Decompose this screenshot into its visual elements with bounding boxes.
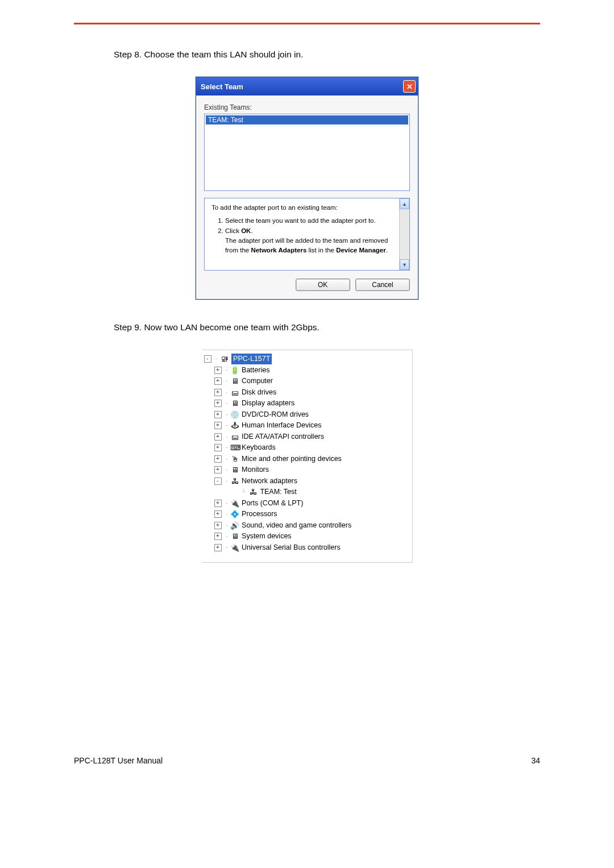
device-icon: 🔌 [230,542,239,554]
tree-item-label: DVD/CD-ROM drives [242,409,309,420]
expand-icon[interactable]: + [214,422,222,429]
tree-item-label: Disk drives [242,387,276,398]
expand-icon[interactable]: + [214,533,222,540]
tree-item[interactable]: +··🖴Disk drives [202,387,412,398]
tree-item-label: Network adapters [242,476,297,487]
tree-item-label: Human Interface Devices [242,420,321,431]
scroll-up-icon[interactable]: ▲ [400,198,409,209]
tree-item-label: Batteries [242,365,269,376]
tree-item[interactable]: +··🖥Display adapters [202,398,412,409]
device-icon: 🖱 [230,454,239,465]
expand-icon[interactable]: + [214,411,222,418]
device-icon: 🖥 [230,531,239,542]
list-item[interactable]: TEAM: Test [206,115,408,124]
close-icon[interactable]: ✕ [403,80,416,93]
device-icon: 🖥 [230,376,239,387]
expand-icon[interactable]: + [214,522,222,529]
tree-item-label: Computer [242,376,273,387]
cancel-button[interactable]: Cancel [355,279,410,291]
tree-item-label: System devices [242,531,292,542]
device-icon: 🖴 [230,387,239,398]
expand-icon[interactable]: + [214,367,222,374]
dialog-titlebar[interactable]: Select Team ✕ [196,77,418,95]
tree-child-item[interactable]: └·🖧TEAM: Test [202,487,412,498]
tree-item-label: Universal Serial Bus controllers [242,542,341,553]
tree-item[interactable]: +··💠Processors [202,509,412,520]
page-footer: PPC-L128T User Manual 34 [74,756,540,765]
device-icon: 🖥 [230,464,239,476]
tree-item-label: Ports (COM & LPT) [242,498,303,509]
tree-item[interactable]: +··🔌Universal Serial Bus controllers [202,542,412,554]
expand-icon[interactable]: + [214,444,222,451]
tree-item[interactable]: +··🔌Ports (COM & LPT) [202,498,412,509]
device-icon: 🔌 [230,498,239,509]
expand-icon[interactable]: + [214,544,222,551]
info-scrollbar[interactable]: ▲ ▼ [399,198,409,270]
expand-icon[interactable]: + [214,466,222,474]
info-step-2: Click OK. The adapter port will be added… [225,226,396,255]
tree-item[interactable]: +··🖥System devices [202,531,412,542]
tree-root[interactable]: - ·· 🖳 PPC-L157T [202,354,412,365]
footer-page-number: 34 [531,756,540,765]
tree-item-label: Keyboards [242,442,276,453]
expand-icon[interactable]: + [214,400,222,407]
tree-root-label: PPC-L157T [231,354,272,364]
expand-icon[interactable]: + [214,377,222,385]
expand-icon[interactable]: + [214,389,222,396]
tree-item[interactable]: +··🖥Computer [202,376,412,387]
page-top-rule [74,23,540,24]
device-icon: 🕹 [230,420,239,431]
device-icon: 🖴 [230,431,239,443]
existing-teams-label: Existing Teams: [204,103,410,111]
device-icon: 🖧 [248,487,258,498]
tree-item[interactable]: +··🖱Mice and other pointing devices [202,454,412,465]
info-text: To add the adapter port to an existing t… [205,198,399,270]
step-9-text: Step 9. Now two LAN become one team with… [114,322,540,333]
tree-item[interactable]: +··💿DVD/CD-ROM drives [202,409,412,421]
computer-icon: 🖳 [220,354,229,365]
expand-icon[interactable]: + [214,510,222,518]
footer-manual-title: PPC-L128T User Manual [74,756,163,765]
tree-item[interactable]: +··🖥Monitors [202,464,412,476]
existing-teams-list[interactable]: TEAM: Test [204,114,410,191]
device-manager-tree: - ·· 🖳 PPC-L157T +··🔋Batteries+··🖥Comput… [202,350,413,563]
device-icon: 🔊 [230,520,239,531]
tree-item-label: IDE ATA/ATAPI controllers [242,431,324,442]
expand-icon[interactable]: + [214,433,222,441]
tree-item-label: Mice and other pointing devices [242,454,342,464]
tree-item-label: TEAM: Test [260,487,296,497]
tree-item-label: Display adapters [242,398,294,409]
device-icon: 💿 [230,409,239,421]
collapse-icon[interactable]: - [214,477,222,485]
tree-item-label: Sound, video and game controllers [242,520,351,531]
device-icon: 🔋 [230,365,239,376]
collapse-icon[interactable]: - [204,355,211,363]
tree-item[interactable]: +··🖴IDE ATA/ATAPI controllers [202,431,412,443]
dialog-body: Existing Teams: TEAM: Test To add the ad… [196,95,418,299]
info-step-1: Select the team you want to add the adap… [225,216,396,226]
tree-spacer [231,489,238,495]
device-icon: 🖥 [230,398,239,409]
expand-icon[interactable]: + [214,455,222,463]
expand-icon[interactable]: + [214,500,222,507]
device-icon: 💠 [230,509,239,520]
tree-item[interactable]: +··🕹Human Interface Devices [202,420,412,431]
tree-item[interactable]: +··🔊Sound, video and game controllers [202,520,412,531]
step-8-text: Step 8. Choose the team this LAN should … [114,49,540,60]
dialog-title-text: Select Team [201,82,243,91]
tree-item[interactable]: -··🖧Network adapters [202,476,412,487]
tree-item[interactable]: +··⌨Keyboards [202,442,412,454]
device-icon: 🖧 [230,476,239,487]
select-team-dialog: Select Team ✕ Existing Teams: TEAM: Test… [196,77,418,300]
device-icon: ⌨ [230,442,239,454]
tree-item[interactable]: +··🔋Batteries [202,365,412,376]
tree-item-label: Processors [242,509,277,520]
ok-button[interactable]: OK [296,279,350,291]
scroll-down-icon[interactable]: ▼ [400,259,409,270]
info-intro: To add the adapter port to an existing t… [211,203,396,213]
dialog-button-row: OK Cancel [204,279,410,291]
info-panel: To add the adapter port to an existing t… [204,198,410,271]
tree-item-label: Monitors [242,464,269,475]
